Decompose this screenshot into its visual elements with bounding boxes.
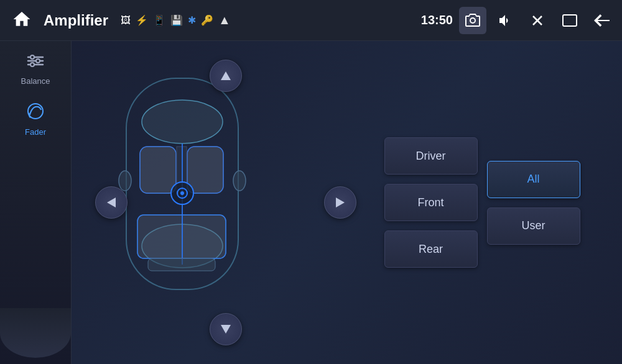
- home-button[interactable]: [6, 5, 37, 36]
- rear-button[interactable]: Rear: [384, 230, 478, 268]
- svg-marker-11: [221, 325, 231, 334]
- right-controls: Driver Front Rear All User: [384, 137, 580, 268]
- svg-rect-17: [140, 147, 176, 193]
- top-bar: Amplifier 🖼 ⚡ 📱 💾 ✱ 🔑 ▲ 13:50: [0, 0, 622, 41]
- screen-button[interactable]: [556, 7, 583, 34]
- wifi-icon: ▲: [218, 13, 231, 27]
- svg-point-7: [36, 59, 40, 63]
- back-button[interactable]: [588, 7, 616, 34]
- memory-icon: 💾: [170, 14, 183, 26]
- svg-point-27: [180, 191, 184, 195]
- phone-icon: 📱: [153, 14, 165, 26]
- arrow-up-button[interactable]: [210, 60, 242, 92]
- svg-marker-10: [221, 71, 231, 80]
- app-title: Amplifier: [44, 12, 108, 29]
- svg-marker-12: [107, 198, 116, 207]
- sidebar: Balance Fader: [0, 41, 72, 364]
- arrow-left-button[interactable]: [95, 186, 128, 219]
- status-icons: 🖼 ⚡ 📱 💾 ✱ 🔑 ▲: [121, 13, 415, 27]
- button-column-2: All User: [487, 137, 580, 268]
- arrow-down-button[interactable]: [210, 313, 242, 345]
- all-button[interactable]: All: [487, 161, 580, 198]
- fader-icon: [24, 102, 47, 125]
- svg-point-29: [233, 171, 246, 191]
- balance-icon: [26, 52, 45, 74]
- front-button[interactable]: Front: [384, 184, 478, 221]
- top-right-icons: [459, 7, 616, 34]
- svg-rect-2: [563, 15, 577, 26]
- key-icon: 🔑: [201, 14, 213, 26]
- driver-button[interactable]: Driver: [384, 137, 478, 175]
- svg-rect-18: [187, 147, 223, 193]
- svg-point-15: [142, 100, 223, 143]
- car-diagram: [114, 60, 338, 345]
- arrow-right-button[interactable]: [324, 186, 356, 219]
- svg-marker-13: [336, 198, 345, 207]
- main-content: Balance Fader: [0, 41, 622, 364]
- close-button[interactable]: [524, 7, 551, 34]
- volume-button[interactable]: [491, 7, 519, 34]
- sidebar-item-balance[interactable]: Balance: [7, 47, 63, 91]
- svg-point-8: [30, 63, 34, 66]
- usb-icon: ⚡: [136, 14, 148, 26]
- svg-point-6: [30, 55, 34, 59]
- button-column-1: Driver Front Rear: [384, 137, 478, 268]
- image-icon: 🖼: [121, 15, 131, 26]
- user-button[interactable]: User: [487, 207, 580, 245]
- bluetooth-icon: ✱: [188, 14, 196, 26]
- svg-point-28: [119, 171, 131, 191]
- time-display: 13:50: [421, 13, 453, 27]
- svg-rect-30: [148, 258, 215, 271]
- fader-label: Fader: [25, 127, 46, 137]
- camera-button[interactable]: [459, 7, 486, 34]
- content-area: Driver Front Rear All User: [72, 41, 622, 364]
- balance-label: Balance: [21, 76, 50, 86]
- car-svg: [114, 60, 251, 308]
- home-icon: [12, 9, 32, 32]
- sidebar-item-fader[interactable]: Fader: [7, 97, 63, 142]
